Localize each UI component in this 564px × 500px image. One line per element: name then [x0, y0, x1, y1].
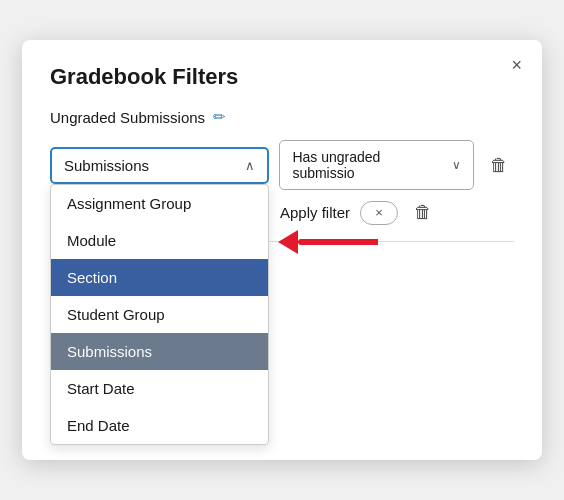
trash-button-row1[interactable]: 🗑	[484, 151, 514, 180]
edit-icon[interactable]: ✏	[213, 108, 226, 126]
value-dropdown-text: Has ungraded submissio	[292, 149, 446, 181]
dropdown-item-module[interactable]: Module	[51, 222, 268, 259]
arrow-head	[278, 230, 298, 254]
toggle-x-icon: ×	[375, 205, 383, 220]
type-dropdown-container: Submissions ∧ Assignment Group Module Se…	[50, 147, 269, 184]
close-button[interactable]: ×	[511, 56, 522, 74]
dropdown-item-start-date[interactable]: Start Date	[51, 370, 268, 407]
type-dropdown-value: Submissions	[64, 157, 149, 174]
dropdown-item-assignment-group[interactable]: Assignment Group	[51, 185, 268, 222]
dropdown-item-submissions[interactable]: Submissions	[51, 333, 268, 370]
chevron-down-icon: ∨	[452, 158, 461, 172]
dropdown-item-section[interactable]: Section	[51, 259, 268, 296]
dropdown-item-end-date[interactable]: End Date	[51, 407, 268, 444]
type-dropdown-menu: Assignment Group Module Section Student …	[50, 184, 269, 445]
apply-filter-toggle[interactable]: ×	[360, 201, 398, 225]
chevron-up-icon: ∧	[245, 158, 255, 173]
filter-row: Submissions ∧ Assignment Group Module Se…	[50, 140, 514, 190]
gradebook-filters-modal: × Gradebook Filters Ungraded Submissions…	[22, 40, 542, 460]
filter-name-label: Ungraded Submissions	[50, 109, 205, 126]
trash-button-row2[interactable]: 🗑	[408, 198, 438, 227]
apply-filter-row: Apply filter × 🗑	[280, 198, 514, 227]
apply-filter-label: Apply filter	[280, 204, 350, 221]
red-arrow	[278, 230, 378, 254]
dropdown-item-student-group[interactable]: Student Group	[51, 296, 268, 333]
type-dropdown-button[interactable]: Submissions ∧	[50, 147, 269, 184]
value-dropdown[interactable]: Has ungraded submissio ∨	[279, 140, 474, 190]
modal-title: Gradebook Filters	[50, 64, 514, 90]
arrow-line	[298, 239, 378, 245]
filter-label-row: Ungraded Submissions ✏	[50, 108, 514, 126]
